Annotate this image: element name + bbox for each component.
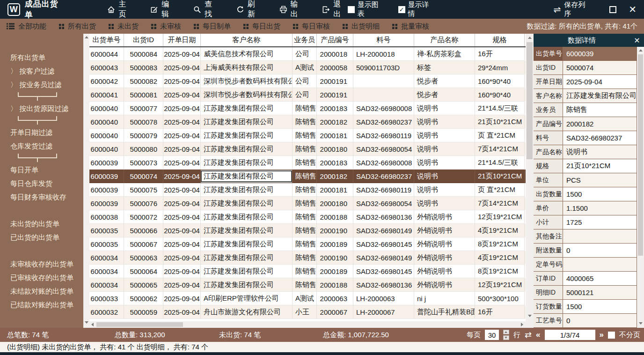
- v-scroll-thumb[interactable]: [527, 42, 533, 159]
- table-cell[interactable]: 5000079: [124, 129, 163, 142]
- table-cell[interactable]: 2000190: [317, 224, 353, 237]
- table-cell[interactable]: 6000040: [89, 129, 124, 142]
- table-cell[interactable]: 2000181: [317, 129, 353, 142]
- table-cell[interactable]: 悦步者: [414, 88, 475, 102]
- table-cell[interactable]: 6000040: [89, 102, 124, 115]
- table-cell[interactable]: 6000033: [89, 292, 124, 305]
- table-cell[interactable]: 2025-09-04: [163, 88, 201, 102]
- reload-page-icon[interactable]: ⇄: [525, 330, 532, 340]
- table-cell[interactable]: 2025-09-04: [163, 74, 201, 88]
- table-cell[interactable]: 陈销售: [293, 265, 317, 278]
- table-cell[interactable]: 5000067: [124, 237, 163, 251]
- cell-editor-input[interactable]: 江苏建发集团有限公司: [201, 170, 292, 182]
- table-cell[interactable]: 说明书: [414, 102, 475, 115]
- table-cell[interactable]: 说明书: [414, 197, 475, 210]
- table-cell[interactable]: 6000034: [89, 278, 124, 292]
- table-cell[interactable]: 页 直*21CM: [475, 129, 525, 142]
- table-cell[interactable]: SAD32-66980054: [353, 197, 414, 210]
- checkbox-unchecked-icon[interactable]: [348, 6, 355, 13]
- table-cell[interactable]: 2000180: [317, 197, 353, 210]
- table-cell[interactable]: 普陀山手礼精装B面: [414, 305, 475, 319]
- h-scroll-thumb[interactable]: [96, 322, 183, 327]
- sidebar-item[interactable]: 未出货的出货单: [0, 217, 83, 230]
- table-row[interactable]: 600003350000622025-09-04A印刷ERP管理软件公司A测试2…: [89, 292, 526, 305]
- table-cell[interactable]: 江苏建发集团有限公司: [201, 278, 293, 292]
- table-cell[interactable]: 2000181: [317, 183, 353, 197]
- sidebar-item[interactable]: 每日仓库发货: [0, 177, 83, 190]
- table-cell[interactable]: 5000062: [124, 292, 163, 305]
- table-cell[interactable]: 2025-09-04: [163, 142, 201, 156]
- table-cell[interactable]: 江苏建发集团有限公司: [201, 183, 293, 197]
- per-page-input[interactable]: 30: [485, 330, 499, 340]
- table-row[interactable]: 600004250000822025-09-04深圳市悦步者数码科技有限公司公司…: [89, 74, 526, 88]
- table-cell[interactable]: 江苏建发集团有限公司: [201, 224, 293, 237]
- table-cell[interactable]: 公司: [293, 47, 317, 61]
- table-cell[interactable]: 21*14.5/三联: [475, 102, 525, 115]
- detail-field-row[interactable]: 出货数量1500: [534, 187, 637, 201]
- table-cell[interactable]: 16开: [475, 305, 525, 319]
- scroll-up-icon[interactable]: [639, 49, 643, 52]
- sidebar-item[interactable]: 已结款对账的出货单: [0, 298, 83, 311]
- table-cell[interactable]: 4页19*21CM: [475, 251, 525, 265]
- table-cell[interactable]: 陈销售: [293, 183, 317, 197]
- table-row[interactable]: 600003950000742025-09-04江苏建发集团有限公司陈销售200…: [89, 170, 526, 183]
- table-cell[interactable]: 5000083: [124, 61, 163, 74]
- sidebar-item[interactable]: 所有出货单: [0, 51, 83, 64]
- detail-field-row[interactable]: 业务员陈销售: [534, 103, 637, 117]
- table-row[interactable]: 600003450000642025-09-04江苏建发集团有限公司陈销售200…: [89, 265, 526, 278]
- column-header[interactable]: 出货ID: [124, 34, 163, 46]
- column-header[interactable]: 料号: [353, 34, 414, 46]
- detail-field-row[interactable]: 附送数量0: [534, 244, 637, 257]
- table-row[interactable]: 600003950000762025-09-04江苏建发集团有限公司陈销售200…: [89, 197, 526, 210]
- table-cell[interactable]: 2000182: [317, 115, 353, 129]
- table-cell[interactable]: 说明书: [414, 142, 475, 156]
- table-cell[interactable]: 小王: [293, 305, 317, 319]
- sidebar-item[interactable]: 开单日期过滤: [0, 126, 83, 139]
- table-horizontal-scrollbar[interactable]: [89, 321, 526, 328]
- table-cell[interactable]: 陈销售: [293, 224, 317, 237]
- table-cell[interactable]: 2025-09-04: [163, 224, 201, 237]
- table-cell[interactable]: 5000080: [124, 142, 163, 156]
- column-header[interactable]: 产品编号: [317, 34, 353, 46]
- sidebar-item[interactable]: 已审核收存的出货单: [0, 271, 83, 284]
- detail-field-row[interactable]: 开单日期2025-09-04: [534, 75, 637, 89]
- column-header[interactable]: 业务员: [293, 34, 317, 46]
- detail-field-row[interactable]: 订货数量1500: [534, 300, 637, 313]
- table-cell[interactable]: 160*90*40: [475, 74, 525, 88]
- no-paging-checkbox[interactable]: [608, 332, 615, 339]
- table-cell[interactable]: 陈销售: [293, 115, 317, 129]
- table-cell[interactable]: 2000183: [317, 102, 353, 115]
- table-cell[interactable]: 5000064: [124, 265, 163, 278]
- table-cell[interactable]: 2000188: [317, 210, 353, 224]
- toolbar-item-2[interactable]: 未出货: [109, 22, 139, 31]
- table-cell[interactable]: SAD32-66980145: [353, 237, 414, 251]
- table-cell[interactable]: 陈销售: [293, 210, 317, 224]
- table-cell[interactable]: 2025-09-04: [163, 210, 201, 224]
- table-cell[interactable]: 外销说明书: [414, 278, 475, 292]
- table-cell[interactable]: 外销说明书: [414, 224, 475, 237]
- table-cell[interactable]: 4页19*21CM: [475, 224, 525, 237]
- detail-field-row[interactable]: 定单号码: [534, 258, 637, 271]
- sidebar-item[interactable]: 每日开单: [0, 163, 83, 177]
- table-cell[interactable]: 威美信息技术有限公司: [201, 47, 293, 61]
- table-cell[interactable]: 深圳市悦步者数码科技有限公司: [201, 74, 293, 88]
- table-cell[interactable]: 5000074: [124, 170, 163, 183]
- table-cell[interactable]: A测试: [293, 61, 317, 74]
- sidebar-item[interactable]: 仓库发货过滤: [0, 139, 83, 153]
- prev-page-button[interactable]: «: [536, 330, 540, 340]
- column-header[interactable]: 开单日期: [163, 34, 201, 46]
- table-cell[interactable]: 6000044: [89, 47, 124, 61]
- table-cell[interactable]: 21页10*21CM: [475, 170, 525, 183]
- table-cell[interactable]: 2025-09-04: [163, 197, 201, 210]
- table-cell[interactable]: SAD32-66980149: [353, 224, 414, 237]
- table-row[interactable]: 600004050000802025-09-04江苏建发集团有限公司陈销售200…: [89, 142, 526, 156]
- table-cell[interactable]: 2025-09-04: [163, 102, 201, 115]
- column-header[interactable]: 客户名称: [201, 34, 293, 46]
- table-cell[interactable]: 6000040: [89, 142, 124, 156]
- detail-field-row[interactable]: 其他备注: [534, 229, 637, 243]
- table-cell[interactable]: 6000034: [89, 265, 124, 278]
- table-cell[interactable]: 5000066: [124, 224, 163, 237]
- table-cell[interactable]: 5000082: [124, 74, 163, 88]
- table-cell[interactable]: 6000032: [89, 305, 124, 319]
- toolbar-item-8[interactable]: 批量审核: [392, 22, 429, 31]
